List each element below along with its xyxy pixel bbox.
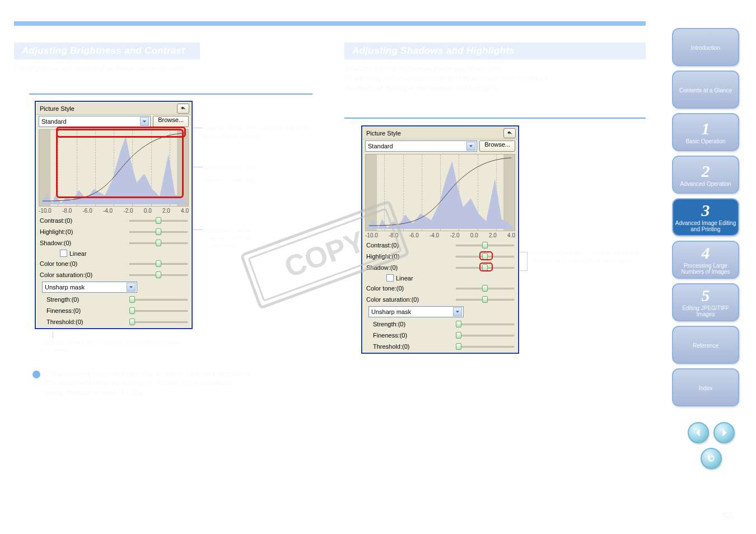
top-rule	[14, 21, 646, 26]
fineness-label: Fineness:(0)	[46, 307, 81, 314]
sidebar: Introduction Contents at a Glance 1Basic…	[672, 28, 739, 406]
section-title-left-text: Adjusting Brightness and Contrast	[22, 45, 185, 57]
color-saturation-label: Color saturation:(0)	[40, 271, 92, 278]
desc-right-3: the effects of clipping in the shadows a…	[344, 84, 500, 93]
callout-bottom: Drag the sliders left or right to adjust…	[41, 338, 187, 354]
linear-checkbox[interactable]	[60, 250, 67, 257]
picture-style-dropdown[interactable]: Standard	[39, 116, 151, 127]
hint-left: The adjustment range for brightness is –…	[32, 369, 312, 398]
chevron-down-icon	[466, 142, 475, 151]
section-title-left: Adjusting Brightness and Contrast	[14, 43, 200, 59]
chevron-down-icon	[127, 283, 136, 292]
shadow-label: Shadow:(0)	[366, 264, 398, 271]
callout-hs: Drag the sliders left or right to adjust…	[530, 249, 642, 264]
nav-chapter-4[interactable]: 4Processing Large Numbers of Images	[672, 241, 739, 279]
color-saturation-slider[interactable]	[456, 296, 514, 303]
linear-checkbox[interactable]	[386, 274, 394, 282]
panel-title: Picture Style	[36, 105, 74, 112]
highlight-label: Highlight:(0)	[40, 228, 73, 235]
threshold-slider[interactable]	[456, 343, 514, 350]
fineness-slider[interactable]	[456, 331, 514, 339]
strength-label: Strength:(0)	[46, 296, 79, 303]
histogram[interactable]	[39, 129, 189, 207]
fineness-label: Fineness:(0)	[373, 332, 407, 339]
desc-left: The brightness and contrast of an image …	[14, 64, 185, 73]
chevron-down-icon	[140, 117, 149, 126]
sub-heading-right: Adjust an image while viewing it.	[344, 102, 646, 119]
nav-chapter-1[interactable]: 1Basic Operation	[672, 113, 739, 151]
undo-button[interactable]	[177, 104, 189, 114]
bullet-icon	[32, 371, 40, 378]
nav-chapter-5[interactable]: 5Editing JPEG/TIFF Images	[672, 283, 739, 321]
strength-slider[interactable]	[456, 320, 514, 328]
color-tone-label: Color tone:(0)	[366, 285, 404, 292]
shadow-slider[interactable]	[129, 239, 188, 247]
panel-titlebar: Picture Style	[36, 102, 191, 115]
color-tone-slider[interactable]	[129, 260, 188, 268]
desc-right-1: Shadows and highlights in an image can b…	[344, 64, 503, 73]
histogram-ticks: -10.0-8.0-6.0-4.0-2.00.02.04.0	[363, 231, 517, 240]
prev-page-button[interactable]	[688, 422, 709, 443]
threshold-label: Threshold:(0)	[373, 343, 409, 350]
sharpness-mode-dropdown[interactable]: Unsharp mask	[368, 306, 464, 317]
picture-style-value: Standard	[41, 118, 67, 125]
section-title-right-text: Adjusting Shadows and Highlights	[352, 45, 515, 57]
threshold-label: Threshold:(0)	[46, 318, 83, 325]
sub-heading-left: Adjust an image while viewing it.	[29, 78, 312, 95]
browse-button[interactable]: Browse...	[153, 116, 189, 127]
picture-style-panel-right: Picture Style Standard Browse... -10.0-8…	[361, 125, 519, 354]
browse-button[interactable]: Browse...	[479, 140, 515, 152]
picture-style-panel-left: Picture Style Standard Browse... -10.	[35, 101, 193, 329]
page-number: 55	[722, 511, 734, 523]
threshold-slider[interactable]	[129, 318, 188, 326]
linear-label: Linear	[69, 250, 87, 257]
sharpness-mode-dropdown[interactable]: Unsharp mask	[42, 282, 137, 293]
undo-button[interactable]	[503, 128, 516, 138]
color-saturation-slider[interactable]	[129, 271, 188, 279]
color-tone-label: Color tone:(0)	[40, 260, 77, 267]
section-title-right: Adjusting Shadows and Highlights	[344, 43, 646, 59]
strength-slider[interactable]	[129, 296, 188, 303]
nav-chapter-3[interactable]: 3Advanced Image Editing and Printing	[672, 198, 739, 236]
contrast-slider[interactable]	[456, 241, 514, 249]
panel-titlebar: Picture Style	[363, 127, 517, 139]
color-saturation-label: Color saturation:(0)	[366, 296, 419, 303]
histogram[interactable]	[365, 154, 515, 231]
nav-introduction[interactable]: Introduction	[672, 28, 739, 66]
page-nav	[688, 422, 735, 469]
picture-style-dropdown[interactable]: Standard	[365, 140, 477, 152]
histogram-ticks: -10.0-8.0-6.0-4.0-2.00.02.04.0	[36, 207, 191, 215]
linear-label: Linear	[396, 275, 413, 282]
contrast-label: Contrast:(0)	[366, 242, 399, 249]
highlight-label: Highlight:(0)	[366, 253, 399, 260]
contrast-label: Contrast:(0)	[40, 217, 72, 224]
contrast-slider[interactable]	[129, 217, 188, 224]
highlight-box-shadow-slider	[479, 263, 493, 271]
callout-mid: Moves to upper left Moves to lower right	[203, 163, 304, 184]
strength-label: Strength:(0)	[373, 321, 405, 327]
callout-drag-top: Drag the sliders left or right to adjust…	[203, 124, 315, 140]
highlight-slider[interactable]	[129, 228, 188, 236]
nav-chapter-2[interactable]: 2Advanced Operation	[672, 156, 739, 194]
panel-title: Picture Style	[363, 130, 401, 137]
desc-right-2: By adjusting only shadows or highlights …	[344, 74, 548, 83]
color-tone-slider[interactable]	[456, 284, 514, 292]
chevron-down-icon	[453, 307, 462, 316]
callout-contrast: Adjustment range Contrast: –4 to +4 (1-s…	[203, 226, 315, 250]
back-button[interactable]	[701, 448, 722, 469]
fineness-slider[interactable]	[129, 307, 188, 315]
shadow-label: Shadow:(0)	[40, 240, 71, 246]
nav-reference[interactable]: Reference	[672, 326, 739, 364]
highlight-box-highlight-slider	[479, 251, 493, 260]
nav-index[interactable]: Index	[672, 368, 739, 406]
nav-contents[interactable]: Contents at a Glance	[672, 71, 739, 109]
next-page-button[interactable]	[713, 422, 735, 443]
